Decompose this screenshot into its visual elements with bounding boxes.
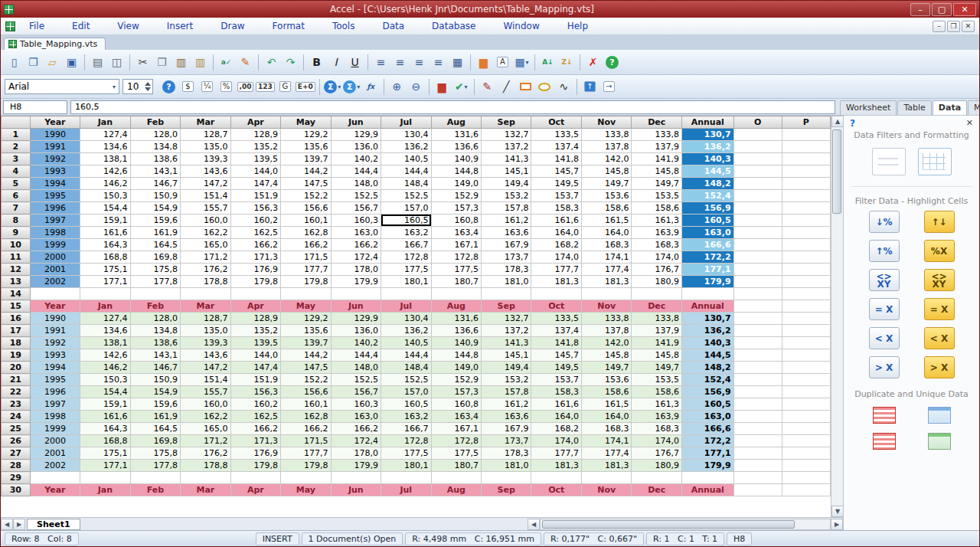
- cell-L24[interactable]: 164,0: [581, 411, 631, 423]
- cell-A26[interactable]: 2000: [30, 435, 80, 447]
- next-sheet-icon[interactable]: ▶: [13, 519, 25, 530]
- cell-I9[interactable]: 163,4: [431, 227, 481, 239]
- cell-M17[interactable]: 137,9: [632, 325, 681, 337]
- cell-L28[interactable]: 181,3: [581, 460, 631, 472]
- cell-E15[interactable]: Apr: [230, 300, 280, 313]
- cell-L20[interactable]: 149,7: [581, 362, 631, 374]
- cell-F19[interactable]: 144,2: [281, 349, 331, 362]
- cell-A21[interactable]: 1995: [30, 374, 80, 386]
- cell-B11[interactable]: 168,8: [80, 251, 130, 264]
- ellipse-tool-icon[interactable]: [535, 77, 554, 97]
- cell-G25[interactable]: 166,2: [331, 423, 381, 435]
- highlight-less-button[interactable]: < X: [924, 327, 955, 349]
- cell-N16[interactable]: 130,7: [681, 313, 733, 325]
- cell-H1[interactable]: 130,4: [381, 129, 431, 141]
- cell-M26[interactable]: 174,0: [632, 435, 681, 447]
- cell-F11[interactable]: 171,5: [281, 251, 331, 264]
- cell-N15[interactable]: Annual: [681, 300, 733, 313]
- font-name-select[interactable]: Arial ▾: [5, 79, 119, 94]
- cell-G14[interactable]: [331, 288, 381, 300]
- cell-F20[interactable]: 147,5: [281, 362, 331, 374]
- spell-check-icon[interactable]: a✓: [217, 53, 236, 72]
- row-header-13[interactable]: 13: [2, 276, 31, 288]
- cell-M14[interactable]: [632, 288, 681, 300]
- cell-E10[interactable]: 166,2: [230, 239, 280, 251]
- cell-A10[interactable]: 1999: [30, 239, 80, 251]
- cell-C9[interactable]: 161,9: [130, 227, 180, 239]
- cell-H12[interactable]: 177,5: [381, 264, 431, 276]
- cell-L29[interactable]: [581, 472, 631, 484]
- cell-O20[interactable]: [733, 362, 782, 374]
- cell-P14[interactable]: [782, 288, 830, 300]
- cell-J12[interactable]: 178,3: [482, 264, 531, 276]
- cell-E13[interactable]: 179,8: [230, 276, 280, 288]
- cell-B5[interactable]: 146,2: [80, 178, 130, 190]
- row-header-30[interactable]: 30: [2, 484, 31, 496]
- cell-F4[interactable]: 144,2: [281, 165, 331, 178]
- cell-K15[interactable]: Oct: [531, 300, 581, 313]
- cell-N13[interactable]: 179,9: [681, 276, 733, 288]
- cell-J22[interactable]: 157,8: [482, 386, 531, 398]
- cell-F3[interactable]: 139,7: [281, 153, 331, 165]
- cell-P21[interactable]: [782, 374, 830, 386]
- cell-F26[interactable]: 171,5: [281, 435, 331, 447]
- cell-G16[interactable]: 129,9: [331, 313, 381, 325]
- cell-K22[interactable]: 158,3: [531, 386, 581, 398]
- cell-D6[interactable]: 151,4: [181, 190, 230, 202]
- cell-H22[interactable]: 157,0: [381, 386, 431, 398]
- cell-E30[interactable]: Apr: [230, 484, 280, 496]
- panel-tab-worksheet[interactable]: Worksheet: [840, 100, 897, 115]
- horizontal-scrollbar[interactable]: [540, 519, 831, 530]
- column-header-may[interactable]: May: [281, 116, 331, 129]
- cell-D9[interactable]: 162,2: [181, 227, 230, 239]
- horizontal-scroll-thumb[interactable]: [542, 520, 795, 529]
- cell-G13[interactable]: 179,9: [331, 276, 381, 288]
- cell-C1[interactable]: 128,0: [130, 129, 180, 141]
- cell-L25[interactable]: 168,3: [581, 423, 631, 435]
- cell-N25[interactable]: 166,6: [681, 423, 733, 435]
- cell-M12[interactable]: 176,7: [632, 264, 681, 276]
- cell-I21[interactable]: 152,9: [431, 374, 481, 386]
- cell-H6[interactable]: 152,5: [381, 190, 431, 202]
- zoom-in-icon[interactable]: ⊕: [387, 77, 407, 97]
- cell-I29[interactable]: [431, 472, 481, 484]
- cell-M5[interactable]: 149,7: [632, 178, 681, 190]
- cell-P16[interactable]: [782, 313, 830, 325]
- validation-icon[interactable]: ✔▾: [452, 77, 471, 97]
- cell-D15[interactable]: Mar: [181, 300, 230, 313]
- cell-K25[interactable]: 168,2: [531, 423, 581, 435]
- cell-C10[interactable]: 164,5: [130, 239, 180, 251]
- cell-I24[interactable]: 163,4: [431, 411, 481, 423]
- row-header-6[interactable]: 6: [2, 190, 31, 202]
- cell-E16[interactable]: 128,9: [230, 313, 280, 325]
- cell-O17[interactable]: [733, 325, 782, 337]
- cell-N5[interactable]: 148,2: [681, 178, 733, 190]
- highlight-top-bottom-button[interactable]: ↑↓: [924, 211, 955, 233]
- cell-A24[interactable]: 1998: [30, 411, 80, 423]
- delete-icon[interactable]: ✗: [583, 53, 603, 72]
- new-document-icon[interactable]: ▯: [5, 53, 24, 72]
- cell-E7[interactable]: 156,3: [230, 202, 280, 215]
- cell-D28[interactable]: 178,8: [181, 460, 230, 472]
- cell-E9[interactable]: 162,5: [230, 227, 280, 239]
- cell-F9[interactable]: 162,8: [281, 227, 331, 239]
- row-header-3[interactable]: 3: [2, 153, 31, 165]
- cell-I23[interactable]: 160,8: [431, 398, 481, 411]
- cell-L1[interactable]: 133,8: [581, 129, 631, 141]
- cell-K11[interactable]: 174,0: [531, 251, 581, 264]
- cell-L11[interactable]: 174,1: [581, 251, 631, 264]
- cell-H9[interactable]: 163,2: [381, 227, 431, 239]
- cell-N30[interactable]: Annual: [681, 484, 733, 496]
- cell-F5[interactable]: 147,5: [281, 178, 331, 190]
- cell-D16[interactable]: 128,7: [181, 313, 230, 325]
- cell-J25[interactable]: 167,9: [482, 423, 531, 435]
- column-header-sep[interactable]: Sep: [482, 116, 531, 129]
- cell-O11[interactable]: [733, 251, 782, 264]
- cell-E11[interactable]: 171,3: [230, 251, 280, 264]
- cell-F30[interactable]: May: [281, 484, 331, 496]
- cell-G26[interactable]: 172,4: [331, 435, 381, 447]
- cell-F27[interactable]: 177,7: [281, 447, 331, 460]
- filter-equal-button[interactable]: = X: [869, 298, 900, 320]
- cell-B14[interactable]: [80, 288, 130, 300]
- cell-F8[interactable]: 160,1: [281, 215, 331, 227]
